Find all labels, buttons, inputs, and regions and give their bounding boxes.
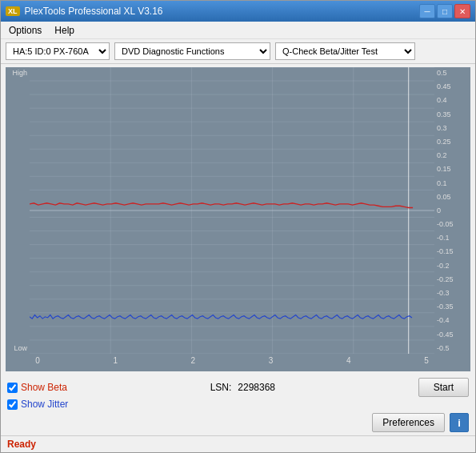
y-right-18: -0.4 [434,316,470,324]
y-right-1: 0.45 [434,82,470,90]
show-jitter-group: Show Jitter [7,399,68,410]
close-button[interactable]: ✕ [454,4,470,18]
lsn-area: LSN: 2298368 [210,382,275,393]
y-right-20: -0.5 [434,344,470,352]
y-right-11: -0.05 [434,220,470,228]
y-right-8: 0.1 [434,179,470,187]
y-high-label: High [6,69,30,77]
x-label-1: 1 [107,356,123,365]
controls-row2: Show Jitter [7,399,469,410]
function-select[interactable]: DVD Diagnostic Functions [114,42,270,60]
title-bar-left: XL PlexTools Professional XL V3.16 [6,6,163,17]
controls-area: Show Beta LSN: 2298368 Start Show Jitter [1,375,475,411]
status-bar: Ready [1,435,475,452]
y-right-7: 0.15 [434,165,470,173]
toolbar: HA:5 ID:0 PX-760A DVD Diagnostic Functio… [1,39,475,64]
y-right-14: -0.2 [434,262,470,270]
controls-row1: Show Beta LSN: 2298368 Start [7,378,469,397]
y-right-10: 0 [434,206,470,214]
x-label-2: 2 [185,356,201,365]
lsn-value: 2298368 [238,382,275,393]
y-axis-right: 0.5 0.45 0.4 0.35 0.3 0.25 0.2 0.15 0.1 … [434,67,470,354]
menu-bar: Options Help [1,22,475,39]
show-jitter-label[interactable]: Show Jitter [21,399,68,410]
menu-help[interactable]: Help [50,23,79,38]
show-jitter-checkbox[interactable] [7,399,18,410]
y-right-9: 0.05 [434,193,470,201]
start-button[interactable]: Start [418,378,469,397]
chart-container: High Low 0.5 0.45 0.4 0.35 0.3 0.25 0.2 … [6,67,470,371]
x-label-5: 5 [418,356,434,365]
chart-svg [30,67,434,354]
maximize-button[interactable]: □ [437,4,453,18]
lsn-label: LSN: [210,382,232,393]
show-beta-group: Show Beta [7,382,67,393]
jitter-line [30,315,412,319]
x-axis: 0 1 2 3 4 5 [30,354,434,371]
x-label-4: 4 [341,356,357,365]
y-right-12: -0.1 [434,234,470,242]
x-label-0: 0 [30,356,46,365]
y-right-2: 0.4 [434,96,470,104]
y-right-19: -0.45 [434,331,470,339]
y-right-17: -0.35 [434,303,470,311]
beta-line [30,203,413,208]
menu-options[interactable]: Options [4,23,46,38]
y-low-label: Low [6,344,30,352]
y-right-6: 0.2 [434,151,470,159]
title-bar-controls: ─ □ ✕ [419,4,470,18]
y-right-3: 0.35 [434,110,470,118]
minimize-button[interactable]: ─ [419,4,435,18]
y-right-4: 0.3 [434,124,470,132]
preferences-button[interactable]: Preferences [372,413,445,432]
x-label-3: 3 [263,356,279,365]
show-beta-checkbox[interactable] [7,383,18,393]
bottom-row: Preferences i [1,411,475,435]
title-bar: XL PlexTools Professional XL V3.16 ─ □ ✕ [1,1,475,22]
y-right-0: 0.5 [434,69,470,77]
y-axis-left: High Low [6,67,30,354]
drive-select[interactable]: HA:5 ID:0 PX-760A [6,42,110,60]
info-button[interactable]: i [450,413,469,432]
window-title: PlexTools Professional XL V3.16 [25,6,163,17]
test-select[interactable]: Q-Check Beta/Jitter Test [275,42,415,60]
bottom-row-right: Preferences i [372,413,469,432]
app-logo: XL [6,6,20,16]
show-beta-label[interactable]: Show Beta [21,382,67,393]
y-right-5: 0.25 [434,138,470,146]
ready-text: Ready [7,439,36,450]
y-right-16: -0.3 [434,289,470,297]
main-window: XL PlexTools Professional XL V3.16 ─ □ ✕… [0,0,476,453]
y-right-15: -0.25 [434,275,470,283]
y-right-13: -0.15 [434,247,470,255]
